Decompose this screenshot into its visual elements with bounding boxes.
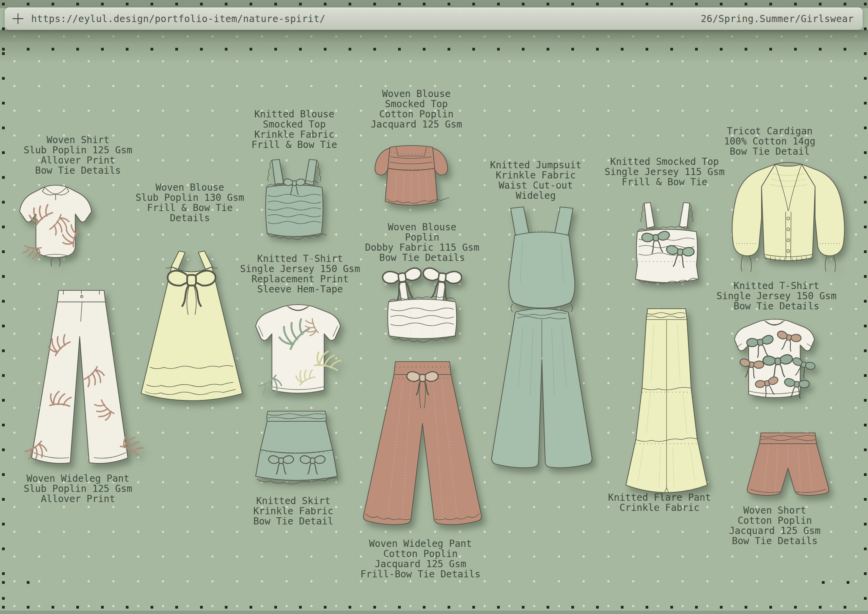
dot-grid-column	[864, 3, 866, 609]
garment-label-woven-blouse-smocked: Woven Blouse Smocked Top Cotton Poplin J…	[342, 89, 491, 130]
garment-flare-pant-drawing	[620, 305, 713, 494]
garment-label-knitted-tshirt-bow: Knitted T-Shirt Single Jersey 150 Gsm Bo…	[702, 281, 851, 311]
dot-grid-row	[822, 581, 866, 584]
garment-woven-blouse-dobby-drawing	[373, 262, 471, 362]
garment-knitted-skirt-drawing	[248, 406, 345, 493]
garment-label-woven-blouse-slub: Woven Blouse Slub Poplin 130 Gsm Frill &…	[115, 182, 265, 223]
garment-label-knitted-jumpsuit: Knitted Jumpsuit Krinkle Fabric Waist Cu…	[461, 160, 610, 201]
garment-knitted-tshirt-print-drawing	[242, 298, 355, 405]
address-bar[interactable]: https://eylul.design/portfolio-item/natu…	[5, 8, 863, 30]
garment-pant-jacquard-drawing	[352, 357, 493, 549]
garment-label-woven-short: Woven Short Cotton Poplin Jacquard 125 G…	[700, 505, 849, 546]
portfolio-canvas: https://eylul.design/portfolio-item/natu…	[0, 0, 868, 614]
bottom-shade	[0, 611, 868, 614]
garment-label-tricot-cardigan: Tricot Cardigan 100% Cotton 14gg Bow Tie…	[695, 126, 844, 157]
garment-knitted-jumpsuit-drawing	[482, 204, 601, 477]
dot-grid-row	[2, 606, 867, 609]
garment-knitted-smocked-top-drawing	[625, 199, 709, 295]
plus-icon[interactable]	[11, 12, 25, 25]
address-bar-shadow	[0, 30, 868, 64]
garment-label-knitted-smocked-top: Knitted Smocked Top Single Jersey 115 Gs…	[590, 157, 739, 187]
garment-woven-blouse-smocked-drawing	[360, 136, 462, 222]
dot-grid-row	[2, 48, 867, 51]
garment-knitted-tshirt-bow-drawing	[719, 314, 830, 406]
garment-woven-short-drawing	[740, 428, 837, 508]
collection-tag: 26/Spring.Summer/Girlswear	[701, 13, 854, 25]
garment-woven-shirt-drawing	[9, 179, 102, 276]
garment-tricot-cardigan-drawing	[722, 157, 856, 279]
garment-label-knitted-skirt: Knitted Skirt Krinkle Fabric Bow Tie Det…	[219, 496, 368, 527]
dot-grid-row	[2, 3, 867, 5]
garment-woven-blouse-slub-drawing	[132, 248, 252, 414]
dot-grid-row	[2, 581, 47, 584]
garment-label-pant-slub: Woven Wideleg Pant Slub Poplin 125 Gsm A…	[3, 474, 153, 504]
garment-pant-slub-drawing	[19, 286, 143, 471]
dot-grid-column	[2, 3, 5, 609]
garment-knitted-blouse-drawing	[255, 152, 334, 254]
garment-label-woven-shirt: Woven Shirt Slub Poplin 125 Gsm Allover …	[3, 135, 153, 176]
garment-label-woven-blouse-dobby: Woven Blouse Poplin Dobby Fabric 115 Gsm…	[347, 222, 497, 263]
url-text: https://eylul.design/portfolio-item/natu…	[31, 13, 694, 25]
